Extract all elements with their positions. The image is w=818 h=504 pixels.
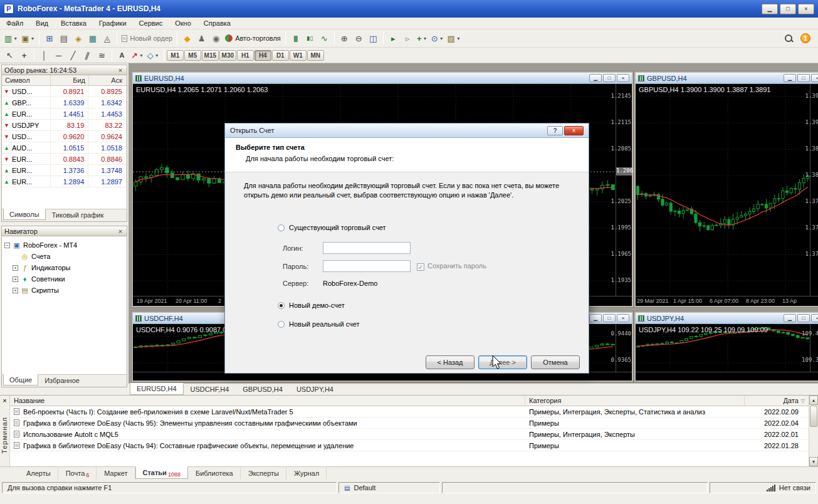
tab-common[interactable]: Общие — [3, 374, 38, 386]
close-icon[interactable]: × — [117, 66, 124, 74]
tab-tick-chart[interactable]: Тиковый график — [46, 209, 110, 221]
article-row[interactable]: Использование AutoIt с MQL5 Примеры, Инт… — [10, 429, 809, 440]
radio-existing-account[interactable]: Существующий торговый счет — [278, 224, 386, 231]
tab-symbols[interactable]: Символы — [3, 209, 46, 220]
fibonacci-button[interactable]: ≋ — [95, 48, 109, 62]
expand-icon[interactable]: + — [13, 276, 18, 282]
tab-journal[interactable]: Журнал — [286, 467, 327, 480]
candlestick-chart[interactable] — [636, 84, 810, 296]
tab-articles[interactable]: Статьи1088 — [135, 466, 188, 479]
timeframe-m30[interactable]: M30 — [219, 50, 236, 61]
market-watch-row[interactable]: ▲EUR...1.44511.4453 — [2, 108, 127, 120]
minimize-icon[interactable]: ▁ — [589, 74, 602, 82]
cancel-button[interactable]: Отмена — [531, 355, 580, 369]
chart-titlebar[interactable]: USDJPY,H4 ▁ □ × — [636, 313, 818, 324]
arrows-tool-button[interactable]: ↗▼ — [129, 48, 145, 62]
chart-tab-gbpusd[interactable]: GBPUSD,H4 — [236, 384, 290, 395]
auto-scroll-button[interactable]: ▸ — [386, 31, 401, 45]
profiles-button[interactable]: ▣▼ — [19, 31, 36, 45]
navigator-button[interactable]: ◈ — [71, 31, 85, 45]
back-button[interactable]: < Назад — [426, 355, 475, 369]
sounds-button[interactable]: ◉ — [209, 31, 223, 45]
vertical-scrollbar[interactable]: ▲ ▼ — [809, 396, 818, 466]
radio-selected-icon[interactable] — [278, 302, 285, 309]
column-bid[interactable]: Бид — [51, 75, 89, 85]
main-titlebar[interactable]: P RoboForex - MetaTrader 4 - EURUSD,H4 ▁… — [0, 0, 818, 18]
market-watch-row[interactable]: ▼USDJPY83.1983.22 — [2, 120, 127, 131]
timeframe-mn[interactable]: MN — [307, 50, 324, 61]
tab-experts[interactable]: Эксперты — [241, 467, 286, 480]
timeframe-h1[interactable]: H1 — [237, 50, 254, 61]
expand-icon[interactable]: + — [13, 265, 18, 271]
tree-item-experts[interactable]: +♦Советники — [4, 273, 127, 285]
cursor-tool-button[interactable]: ↖ — [3, 48, 17, 62]
market-watch-header[interactable]: Обзор рынка: 16:24:53 × — [2, 65, 127, 75]
menu-file[interactable]: Файл — [0, 18, 29, 28]
notifications-badge[interactable]: 1 — [800, 33, 810, 43]
timeframe-m1[interactable]: M1 — [167, 50, 184, 61]
tab-alerts[interactable]: Алерты — [19, 467, 58, 480]
experts-button[interactable]: ♟ — [194, 31, 209, 45]
market-watch-row[interactable]: ▲AUD...1.05151.0518 — [2, 142, 127, 154]
vertical-line-button[interactable]: │ — [37, 48, 51, 62]
zoom-out-button[interactable]: ⊖ — [352, 31, 366, 45]
restore-icon[interactable]: □ — [603, 74, 616, 82]
timeframe-m15[interactable]: M15 — [202, 50, 219, 61]
article-row[interactable]: Веб-проекты (Часть I): Создание веб-прил… — [10, 406, 809, 417]
login-input[interactable] — [323, 242, 411, 254]
scrollbar-thumb[interactable] — [810, 406, 817, 427]
periods-button[interactable]: ⊙▼ — [429, 31, 446, 45]
restore-icon[interactable]: □ — [603, 314, 616, 322]
close-icon[interactable]: × — [617, 74, 629, 82]
close-icon[interactable]: × — [564, 126, 584, 135]
timeframe-m5[interactable]: M5 — [184, 50, 201, 61]
shapes-tool-button[interactable]: ◇▼ — [145, 48, 161, 62]
bar-chart-button[interactable]: ||| — [288, 31, 303, 45]
save-password-checkbox[interactable]: ✓Сохранить пароль — [417, 262, 486, 271]
market-watch-row[interactable]: ▼EUR...0.88430.8846 — [2, 154, 127, 165]
tree-item-indicators[interactable]: +ƒИндикаторы — [4, 262, 127, 273]
column-name[interactable]: Название — [10, 396, 525, 406]
market-watch-row[interactable]: ▲GBP...1.63391.6342 — [2, 97, 127, 108]
restore-icon[interactable]: □ — [797, 314, 810, 322]
trendline-button[interactable]: ╱ — [66, 48, 80, 62]
collapse-icon[interactable]: − — [4, 243, 10, 248]
search-icon[interactable] — [785, 34, 793, 43]
chart-titlebar[interactable]: EURUSD,H4 ▁ □ × — [133, 73, 632, 84]
navigator-header[interactable]: Навигатор × — [2, 226, 127, 236]
timeframe-w1[interactable]: W1 — [290, 50, 307, 61]
timeframe-d1[interactable]: D1 — [272, 50, 289, 61]
restore-icon[interactable]: □ — [780, 4, 796, 14]
new-chart-button[interactable]: ▥▼ — [3, 31, 19, 45]
text-tool-button[interactable]: A — [115, 48, 129, 62]
tree-item-root[interactable]: −▣RoboForex - MT4 — [4, 239, 127, 251]
minimize-icon[interactable]: ▁ — [784, 74, 796, 82]
crosshair-tool-button[interactable]: + — [17, 48, 31, 62]
market-watch-row[interactable]: ▲EUR...1.28941.2897 — [2, 176, 127, 187]
help-icon[interactable]: ? — [547, 126, 563, 135]
radio-icon[interactable] — [278, 321, 285, 328]
column-category[interactable]: Категория — [525, 396, 745, 406]
zoom-in-button[interactable]: ⊕ — [337, 31, 352, 45]
indicators-button[interactable]: +▼ — [415, 31, 429, 45]
column-symbol[interactable]: Символ — [2, 75, 51, 85]
menu-charts[interactable]: Графики — [93, 18, 133, 28]
metaeditor-button[interactable]: ◆ — [180, 31, 194, 45]
scroll-down-icon[interactable]: ▼ — [809, 457, 818, 466]
minimize-icon[interactable]: ▁ — [784, 314, 796, 322]
close-icon[interactable]: × — [117, 228, 124, 235]
timeframe-h4[interactable]: H4 — [254, 50, 271, 61]
strategy-tester-button[interactable]: ◬ — [100, 31, 114, 45]
data-window-button[interactable]: ▤ — [56, 31, 71, 45]
tab-library[interactable]: Библиотека — [188, 467, 241, 480]
column-date[interactable]: Дата▽ — [745, 396, 809, 406]
next-button[interactable]: Далее > — [478, 355, 527, 369]
close-icon[interactable]: × — [811, 314, 818, 322]
templates-button[interactable]: ▨▼ — [446, 31, 463, 45]
article-row[interactable]: Графика в библиотеке DoEasy (Часть 94): … — [10, 440, 809, 451]
chart-tab-usdjpy[interactable]: USDJPY,H4 — [290, 384, 340, 395]
chart-tab-eurusd[interactable]: EURUSD,H4 — [130, 383, 184, 395]
radio-new-demo-account[interactable]: Новый демо-счет — [278, 302, 345, 309]
dialog-titlebar[interactable]: Открыть Счет ? × — [225, 123, 589, 138]
article-row[interactable]: Графика в библиотеке DoEasy (Часть 95): … — [10, 417, 809, 429]
